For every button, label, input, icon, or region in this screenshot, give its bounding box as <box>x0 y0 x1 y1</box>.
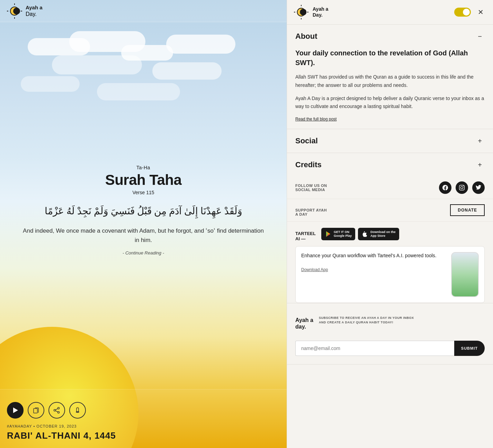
cloud-5 <box>52 55 142 74</box>
about-section: About − Your daily connection to the rev… <box>287 25 493 129</box>
copy-button[interactable] <box>28 402 44 419</box>
tarteel-row: TARTEEL AI — GET IT ON Google Play <box>287 221 493 246</box>
cloud-2 <box>69 31 145 52</box>
instagram-icon[interactable] <box>456 181 468 194</box>
download-app-link[interactable]: Download App <box>301 267 328 272</box>
tarteel-logo: TARTEEL AI — <box>295 226 316 241</box>
google-play-label: GET IT ON Google Play <box>334 230 352 238</box>
arabic-text: وَلَقَدْ عَهِدْنَا إِلَىٰ آدَمَ مِن قَبْ… <box>22 204 265 219</box>
about-toggle[interactable]: − <box>475 32 485 41</box>
panel-header: Ayah a Day. ✕ <box>287 0 493 25</box>
follow-label: FOLLOW US ON SOCIAL MEDIA <box>295 183 439 192</box>
tarteel-ad-heading: Enhance your Quran workflow with Tarteel… <box>301 252 447 259</box>
about-heading: Your daily connection to the revelation … <box>295 48 485 68</box>
follow-row: FOLLOW US ON SOCIAL MEDIA <box>287 177 493 199</box>
main-header: Ayah a Day. <box>0 0 287 22</box>
main-logo: Ayah a Day. <box>7 3 43 19</box>
social-section: Social + <box>287 129 493 153</box>
share-button[interactable] <box>48 402 65 419</box>
phone-mockup <box>451 252 479 297</box>
translation-text: And indeed, We once made a covenant with… <box>22 226 265 245</box>
svg-line-11 <box>56 409 58 410</box>
close-button[interactable]: ✕ <box>475 7 486 18</box>
support-label-text: SUPPORT AYAH A DAY <box>295 208 327 216</box>
tarteel-name: TARTEEL AI — <box>295 231 316 241</box>
copy-icon <box>33 407 39 414</box>
social-icons <box>439 181 485 194</box>
right-panel: Ayah a Day. ✕ About − Your daily connect… <box>287 0 493 448</box>
facebook-svg <box>442 185 448 190</box>
main-logo-title: Ayah a <box>26 5 43 11</box>
svg-point-16 <box>300 9 306 15</box>
subscribe-logo-text: Ayah a day. <box>295 317 313 330</box>
twitter-svg <box>476 185 481 190</box>
app-store-button[interactable]: Download on the App Store <box>358 228 399 240</box>
submit-button[interactable]: SUBMIT <box>454 341 485 356</box>
about-para-1: Allah SWT has provided us with the Quran… <box>295 73 485 90</box>
cloud-7 <box>21 76 80 92</box>
svg-point-8 <box>58 407 60 409</box>
support-label: SUPPORT AYAH A DAY <box>295 204 450 216</box>
apple-icon <box>361 231 368 238</box>
sky-background <box>0 28 287 132</box>
panel-logo-icon <box>294 5 308 19</box>
subscribe-header: Ayah a day. SUBSCRIBE TO RECEIVE AN AYAH… <box>287 303 493 337</box>
donate-button[interactable]: DONATE <box>450 204 485 216</box>
credits-toggle[interactable]: + <box>475 160 485 170</box>
svg-point-9 <box>54 410 56 411</box>
twitter-icon[interactable] <box>472 181 485 194</box>
google-play-icon <box>325 231 332 238</box>
about-header[interactable]: About − <box>287 25 493 48</box>
surah-label: Ta-Ha <box>22 165 265 170</box>
subscribe-tagline: SUBSCRIBE TO RECEIVE AN AYAH A DAY IN YO… <box>319 316 485 324</box>
email-row: SUBMIT <box>287 337 493 364</box>
credits-header[interactable]: Credits + <box>287 153 493 177</box>
google-play-button[interactable]: GET IT ON Google Play <box>321 228 355 240</box>
social-header[interactable]: Social + <box>287 129 493 153</box>
main-logo-text: Ayah a Day. <box>26 5 43 17</box>
store-buttons: GET IT ON Google Play Download on the Ap… <box>321 228 399 240</box>
surah-name: Surah Taha <box>22 172 265 188</box>
main-content: Ayah a Day. Ta-Ha Surah Taha Verse 115 و… <box>0 0 287 448</box>
svg-rect-7 <box>34 409 37 413</box>
social-title: Social <box>295 136 318 145</box>
svg-marker-6 <box>13 407 18 413</box>
date-title: RABI' AL-THANI 4, 1445 <box>7 430 280 441</box>
subscribe-logo: Ayah a day. <box>295 310 313 330</box>
credits-section: Credits + FOLLOW US ON SOCIAL MEDIA <box>287 153 493 364</box>
email-input[interactable] <box>295 341 454 356</box>
cloud-6 <box>152 62 222 80</box>
verse-number: Verse 115 <box>22 190 265 195</box>
action-buttons <box>7 402 280 419</box>
about-title: About <box>295 32 317 41</box>
play-icon <box>12 407 19 414</box>
cloud-4 <box>166 35 235 54</box>
cloud-8 <box>97 83 180 100</box>
credits-title: Credits <box>295 160 322 169</box>
panel-logo-title: Ayah a <box>313 6 450 12</box>
svg-line-12 <box>56 411 58 412</box>
hashtag-date: #AYAHADAY • OCTOBER 19, 2023 <box>7 424 280 428</box>
read-more-link[interactable]: Read the full blog post <box>295 117 337 122</box>
instagram-svg <box>459 185 465 190</box>
bottom-bar: #AYAHADAY • OCTOBER 19, 2023 RABI' AL-TH… <box>0 389 287 448</box>
candle-button[interactable] <box>69 402 86 419</box>
share-icon <box>53 407 60 414</box>
facebook-icon[interactable] <box>439 181 451 194</box>
tarteel-ad-text: Enhance your Quran workflow with Tarteel… <box>301 252 447 272</box>
svg-point-10 <box>58 412 60 413</box>
follow-label-text: FOLLOW US ON SOCIAL MEDIA <box>295 183 327 192</box>
main-logo-subtitle: Day. <box>26 11 43 17</box>
panel-logo-text: Ayah a Day. <box>313 6 450 18</box>
continue-reading[interactable]: - Continue Reading - <box>22 250 265 256</box>
about-content: Your daily connection to the revelation … <box>287 48 493 129</box>
svg-point-1 <box>13 8 20 15</box>
app-store-label: Download on the App Store <box>370 230 396 238</box>
verse-content: Ta-Ha Surah Taha Verse 115 وَلَقَدْ عَهِ… <box>22 165 265 256</box>
dark-mode-toggle[interactable] <box>454 8 471 17</box>
social-toggle[interactable]: + <box>475 136 485 146</box>
main-logo-icon <box>7 3 22 19</box>
play-button[interactable] <box>7 402 24 419</box>
cloud-1 <box>28 38 90 55</box>
panel-logo-subtitle: Day. <box>313 12 450 18</box>
